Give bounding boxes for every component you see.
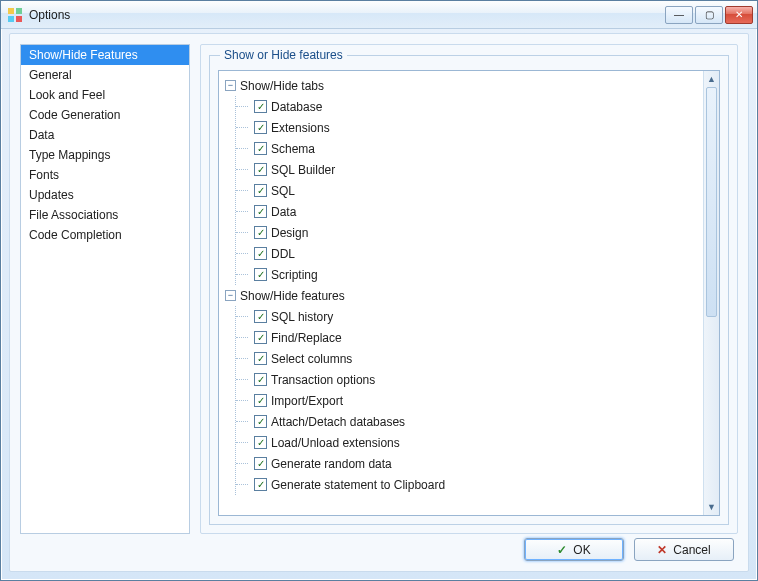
options-window: Options — ▢ ✕ Show/Hide FeaturesGeneralL…: [0, 0, 758, 581]
sidebar-item[interactable]: Code Generation: [21, 105, 189, 125]
main-panel: Show or Hide features −Show/Hide tabs✓Da…: [200, 44, 738, 534]
scroll-down-button[interactable]: ▼: [704, 499, 719, 515]
tree-leaf-label: SQL: [271, 184, 295, 198]
collapse-icon[interactable]: −: [225, 290, 236, 301]
checkbox[interactable]: ✓: [254, 205, 267, 218]
sidebar-item[interactable]: Type Mappings: [21, 145, 189, 165]
checkbox[interactable]: ✓: [254, 310, 267, 323]
tree-leaf[interactable]: ✓Transaction options: [240, 369, 701, 390]
sidebar-item[interactable]: Updates: [21, 185, 189, 205]
svg-rect-1: [16, 8, 22, 14]
tree-leaf[interactable]: ✓Generate statement to Clipboard: [240, 474, 701, 495]
titlebar[interactable]: Options — ▢ ✕: [1, 1, 757, 29]
checkbox[interactable]: ✓: [254, 163, 267, 176]
tree-leaf-label: Select columns: [271, 352, 352, 366]
tree-leaf-label: SQL history: [271, 310, 333, 324]
checkbox[interactable]: ✓: [254, 394, 267, 407]
svg-rect-3: [16, 16, 22, 22]
tree-children: ✓Database✓Extensions✓Schema✓SQL Builder✓…: [235, 96, 701, 285]
maximize-button[interactable]: ▢: [695, 6, 723, 24]
checkbox[interactable]: ✓: [254, 247, 267, 260]
scroll-up-button[interactable]: ▲: [704, 71, 719, 87]
tree-leaf[interactable]: ✓Import/Export: [240, 390, 701, 411]
tree-node-row[interactable]: −Show/Hide features: [223, 285, 701, 306]
tree-leaf-label: Scripting: [271, 268, 318, 282]
cross-icon: ✕: [657, 543, 667, 557]
tree-leaf-label: Extensions: [271, 121, 330, 135]
checkbox[interactable]: ✓: [254, 184, 267, 197]
cancel-label: Cancel: [673, 543, 710, 557]
chevron-down-icon: ▼: [707, 502, 716, 512]
tree-node-label: Show/Hide tabs: [240, 79, 324, 93]
tree-leaf-label: Attach/Detach databases: [271, 415, 405, 429]
tree-leaf[interactable]: ✓Select columns: [240, 348, 701, 369]
tree-leaf-label: Design: [271, 226, 308, 240]
tree-leaf[interactable]: ✓Data: [240, 201, 701, 222]
sidebar-item[interactable]: Code Completion: [21, 225, 189, 245]
tree-leaf[interactable]: ✓Find/Replace: [240, 327, 701, 348]
tree-leaf-label: Schema: [271, 142, 315, 156]
tree-node: −Show/Hide tabs✓Database✓Extensions✓Sche…: [223, 75, 701, 285]
tree-container: −Show/Hide tabs✓Database✓Extensions✓Sche…: [218, 70, 720, 516]
tree-leaf[interactable]: ✓SQL: [240, 180, 701, 201]
checkbox[interactable]: ✓: [254, 373, 267, 386]
close-icon: ✕: [735, 9, 743, 20]
tree-leaf-label: SQL Builder: [271, 163, 335, 177]
tree-node: −Show/Hide features✓SQL history✓Find/Rep…: [223, 285, 701, 495]
tree-leaf[interactable]: ✓SQL history: [240, 306, 701, 327]
tree-node-row[interactable]: −Show/Hide tabs: [223, 75, 701, 96]
tree-leaf[interactable]: ✓Schema: [240, 138, 701, 159]
collapse-icon[interactable]: −: [225, 80, 236, 91]
check-icon: ✓: [557, 543, 567, 557]
checkbox[interactable]: ✓: [254, 121, 267, 134]
tree-leaf[interactable]: ✓SQL Builder: [240, 159, 701, 180]
checkbox[interactable]: ✓: [254, 457, 267, 470]
tree-leaf[interactable]: ✓Database: [240, 96, 701, 117]
tree-leaf-label: Generate random data: [271, 457, 392, 471]
sidebar-item[interactable]: General: [21, 65, 189, 85]
window-controls: — ▢ ✕: [665, 6, 753, 24]
scrollbar-thumb[interactable]: [706, 87, 717, 317]
tree-leaf[interactable]: ✓Extensions: [240, 117, 701, 138]
checkbox[interactable]: ✓: [254, 100, 267, 113]
tree-leaf[interactable]: ✓Design: [240, 222, 701, 243]
tree-node-label: Show/Hide features: [240, 289, 345, 303]
dialog-buttons: ✓ OK ✕ Cancel: [524, 538, 734, 561]
maximize-icon: ▢: [705, 9, 714, 20]
window-title: Options: [29, 8, 70, 22]
sidebar-item[interactable]: Look and Feel: [21, 85, 189, 105]
tree-leaf-label: DDL: [271, 247, 295, 261]
client-area: Show/Hide FeaturesGeneralLook and FeelCo…: [9, 33, 749, 572]
checkbox[interactable]: ✓: [254, 331, 267, 344]
sidebar-item[interactable]: Fonts: [21, 165, 189, 185]
checkbox[interactable]: ✓: [254, 352, 267, 365]
checkbox[interactable]: ✓: [254, 226, 267, 239]
cancel-button[interactable]: ✕ Cancel: [634, 538, 734, 561]
tree-leaf-label: Find/Replace: [271, 331, 342, 345]
sidebar-item[interactable]: File Associations: [21, 205, 189, 225]
svg-rect-0: [8, 8, 14, 14]
sidebar-item[interactable]: Show/Hide Features: [21, 45, 189, 65]
ok-label: OK: [573, 543, 590, 557]
sidebar-item[interactable]: Data: [21, 125, 189, 145]
tree-leaf[interactable]: ✓Scripting: [240, 264, 701, 285]
ok-button[interactable]: ✓ OK: [524, 538, 624, 561]
tree-leaf[interactable]: ✓Load/Unload extensions: [240, 432, 701, 453]
tree-children: ✓SQL history✓Find/Replace✓Select columns…: [235, 306, 701, 495]
minimize-button[interactable]: —: [665, 6, 693, 24]
chevron-up-icon: ▲: [707, 74, 716, 84]
checkbox[interactable]: ✓: [254, 268, 267, 281]
groupbox-features: Show or Hide features −Show/Hide tabs✓Da…: [209, 55, 729, 525]
app-icon: [7, 7, 23, 23]
tree-leaf[interactable]: ✓Attach/Detach databases: [240, 411, 701, 432]
vertical-scrollbar[interactable]: ▲ ▼: [703, 71, 719, 515]
tree-leaf[interactable]: ✓DDL: [240, 243, 701, 264]
tree-leaf-label: Import/Export: [271, 394, 343, 408]
close-button[interactable]: ✕: [725, 6, 753, 24]
tree-leaf[interactable]: ✓Generate random data: [240, 453, 701, 474]
checkbox[interactable]: ✓: [254, 415, 267, 428]
checkbox[interactable]: ✓: [254, 142, 267, 155]
checkbox[interactable]: ✓: [254, 436, 267, 449]
feature-tree[interactable]: −Show/Hide tabs✓Database✓Extensions✓Sche…: [219, 71, 703, 515]
checkbox[interactable]: ✓: [254, 478, 267, 491]
